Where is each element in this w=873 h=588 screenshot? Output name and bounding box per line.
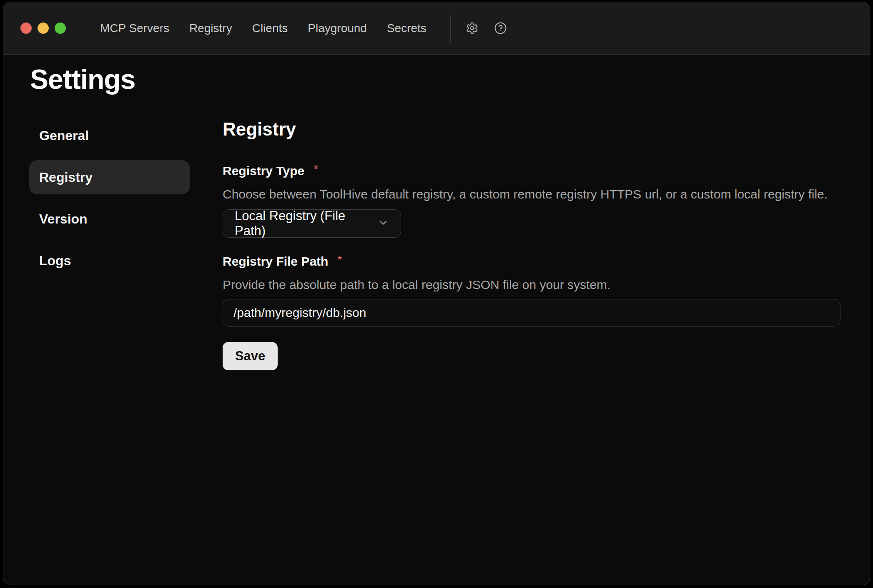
registry-type-label: Registry Type bbox=[223, 163, 304, 178]
page-title: Settings bbox=[30, 65, 135, 93]
registry-type-selected-value: Local Registry (File Path) bbox=[235, 209, 377, 239]
main-nav: MCP Servers Registry Clients Playground … bbox=[100, 22, 426, 35]
save-button[interactable]: Save bbox=[223, 342, 278, 370]
nav-item-playground[interactable]: Playground bbox=[308, 22, 367, 35]
titlebar: MCP Servers Registry Clients Playground … bbox=[3, 2, 870, 55]
sidebar-item-version[interactable]: Version bbox=[29, 202, 190, 236]
file-path-description: Provide the absolute path to a local reg… bbox=[223, 277, 610, 292]
nav-item-clients[interactable]: Clients bbox=[252, 22, 288, 35]
settings-page: Settings General Registry Version Logs R… bbox=[3, 55, 870, 585]
file-path-label: Registry File Path bbox=[223, 254, 328, 269]
settings-sidebar: General Registry Version Logs bbox=[29, 118, 190, 285]
file-path-label-row: Registry File Path * bbox=[223, 254, 342, 269]
sidebar-item-general[interactable]: General bbox=[29, 118, 190, 153]
gear-icon[interactable] bbox=[466, 22, 479, 35]
file-path-input[interactable] bbox=[223, 299, 840, 327]
help-circle-icon[interactable] bbox=[494, 22, 507, 35]
sidebar-item-registry[interactable]: Registry bbox=[29, 160, 190, 194]
app-window: MCP Servers Registry Clients Playground … bbox=[3, 2, 870, 585]
sidebar-item-logs[interactable]: Logs bbox=[29, 244, 190, 278]
nav-item-mcp-servers[interactable]: MCP Servers bbox=[100, 22, 169, 35]
nav-item-secrets[interactable]: Secrets bbox=[387, 22, 426, 35]
traffic-lights bbox=[20, 23, 66, 34]
close-window-button[interactable] bbox=[20, 23, 32, 34]
registry-type-description: Choose between ToolHive default registry… bbox=[223, 187, 828, 202]
required-asterisk: * bbox=[337, 254, 342, 266]
zoom-window-button[interactable] bbox=[55, 23, 66, 34]
minimize-window-button[interactable] bbox=[38, 23, 49, 34]
section-heading: Registry bbox=[223, 120, 296, 138]
chevron-down-icon bbox=[377, 217, 389, 230]
nav-item-registry[interactable]: Registry bbox=[189, 22, 232, 35]
titlebar-divider bbox=[450, 15, 451, 42]
registry-type-label-row: Registry Type * bbox=[223, 163, 318, 178]
required-asterisk: * bbox=[314, 163, 318, 175]
registry-type-select[interactable]: Local Registry (File Path) bbox=[223, 209, 401, 238]
